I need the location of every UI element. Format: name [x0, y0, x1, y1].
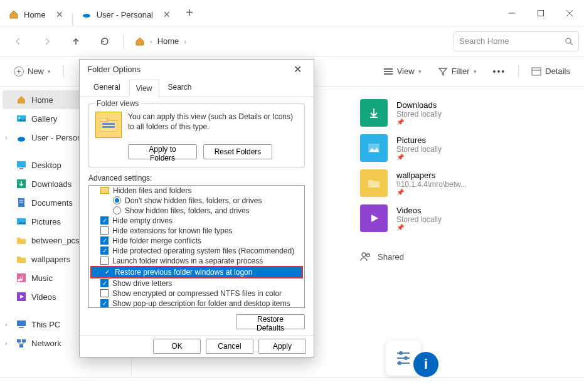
svg-rect-24 — [17, 339, 21, 342]
item-name: wallpapers — [396, 171, 467, 180]
tree-item[interactable]: ✓Hide empty drives — [89, 216, 304, 226]
tree-item[interactable]: Show hidden files, folders, and drives — [89, 206, 304, 216]
chevron-down-icon: ▾ — [474, 68, 477, 75]
dialog-tab[interactable]: Search — [162, 79, 198, 97]
checkbox[interactable]: ✓ — [100, 236, 109, 245]
close-button[interactable] — [555, 0, 584, 26]
checkbox[interactable] — [100, 289, 109, 297]
svg-rect-22 — [17, 320, 26, 326]
tree-item[interactable]: Show encrypted or compressed NTFS files … — [89, 289, 304, 299]
tree-item[interactable]: Don't show hidden files, folders, or dri… — [89, 196, 304, 206]
advanced-settings-tree[interactable]: Hidden files and foldersDon't show hidde… — [88, 185, 305, 308]
sidebar-item-label: Downloads — [31, 179, 72, 189]
checkbox[interactable]: ✓ — [100, 279, 109, 287]
info-widget[interactable]: i — [413, 352, 438, 377]
breadcrumb-label: Home — [157, 36, 179, 46]
tree-item[interactable]: ✓Hide folder merge conflicts — [89, 236, 304, 246]
tree-item-label: Don't show hidden files, folders, or dri… — [125, 196, 262, 205]
pc-icon — [16, 319, 26, 329]
restore-defaults-button[interactable]: Restore Defaults — [236, 314, 305, 329]
documents-icon — [16, 198, 26, 208]
minimize-button[interactable] — [497, 0, 526, 26]
titlebar: Home✕User - Personal✕ + — [0, 0, 584, 26]
tree-item-label: Restore previous folder windows at logon — [115, 268, 252, 277]
more-button[interactable]: ••• — [487, 61, 512, 82]
folder-icon — [100, 187, 109, 194]
group-header-shared[interactable]: Shared — [360, 251, 569, 262]
pin-icon: 📌 — [396, 189, 467, 196]
back-button[interactable] — [5, 30, 31, 53]
item-icon — [360, 99, 388, 127]
tree-item[interactable]: ✓Hide protected operating system files (… — [89, 246, 304, 256]
downloads-icon — [16, 179, 26, 189]
reset-folders-button[interactable]: Reset Folders — [203, 144, 272, 159]
network-icon — [16, 338, 26, 348]
search-input[interactable]: Search Home — [454, 31, 579, 51]
tree-item[interactable]: ✓Show drive letters — [89, 278, 304, 289]
svg-rect-9 — [532, 68, 541, 75]
up-button[interactable] — [63, 30, 89, 53]
svg-rect-26 — [19, 344, 23, 347]
forward-button[interactable] — [34, 30, 60, 53]
dialog-titlebar: Folder Options ✕ — [80, 60, 314, 79]
checkbox[interactable]: ✓ — [100, 216, 109, 225]
pin-icon: 📌 — [396, 154, 442, 161]
tree-item[interactable]: Hide extensions for known file types — [89, 226, 304, 236]
item-icon — [360, 204, 388, 232]
tree-item[interactable]: ✓Show pop-up description for folder and … — [89, 299, 304, 308]
svg-rect-8 — [384, 73, 393, 75]
tree-item[interactable]: Launch folder windows in a separate proc… — [89, 256, 304, 266]
tree-item[interactable]: ✓Restore previous folder windows at logo… — [92, 267, 302, 277]
filter-icon — [438, 66, 448, 77]
details-button[interactable]: Details — [525, 61, 576, 82]
content-item[interactable]: wallpapers\\10.1.4.4\mro\betw...📌 — [360, 169, 569, 197]
content-item[interactable]: PicturesStored locally📌 — [360, 134, 569, 162]
close-icon[interactable]: ✕ — [163, 9, 171, 19]
tab[interactable]: User - Personal✕ — [73, 3, 179, 26]
checkbox[interactable]: ✓ — [100, 246, 109, 255]
tree-item-label: Hide protected operating system files (R… — [112, 246, 294, 255]
tree-item-label: Hide extensions for known file types — [112, 226, 232, 235]
gallery-icon — [16, 114, 26, 124]
view-button[interactable]: View ▾ — [377, 61, 428, 82]
search-placeholder: Search Home — [459, 36, 509, 46]
sidebar-item-label: Desktop — [31, 161, 61, 170]
radio[interactable] — [113, 206, 121, 215]
breadcrumb[interactable]: › Home › — [129, 36, 193, 46]
dialog-title: Folder Options — [87, 65, 141, 74]
dialog-tab[interactable]: View — [129, 80, 159, 97]
statusbar — [0, 377, 584, 392]
tree-item-label: Show pop-up description for folder and d… — [112, 299, 290, 308]
dialog-tabs: GeneralViewSearch — [80, 79, 314, 97]
chevron-right-icon: › — [5, 340, 7, 347]
videos-icon — [16, 292, 26, 302]
dialog-tab[interactable]: General — [87, 79, 127, 97]
search-icon — [565, 37, 573, 46]
item-icon — [360, 169, 388, 197]
filter-button[interactable]: Filter ▾ — [432, 61, 483, 82]
close-icon[interactable]: ✕ — [56, 9, 63, 19]
checkbox[interactable] — [100, 257, 109, 265]
svg-point-29 — [367, 254, 370, 257]
dialog-footer: OK Cancel Apply — [80, 336, 314, 357]
tree-item-label: Hide empty drives — [112, 216, 173, 225]
apply-button[interactable]: Apply — [258, 339, 306, 354]
folder-options-dialog: Folder Options ✕ GeneralViewSearch Folde… — [79, 59, 314, 358]
checkbox[interactable]: ✓ — [100, 299, 109, 307]
checkbox[interactable]: ✓ — [103, 268, 111, 276]
dialog-close-button[interactable]: ✕ — [289, 60, 306, 78]
tree-item-label: Show encrypted or compressed NTFS files … — [112, 289, 282, 298]
checkbox[interactable] — [100, 226, 109, 235]
content-item[interactable]: DownloadsStored locally📌 — [360, 99, 569, 127]
cancel-button[interactable]: Cancel — [206, 339, 253, 354]
new-tab-button[interactable]: + — [179, 3, 199, 23]
maximize-button[interactable] — [526, 0, 555, 26]
refresh-button[interactable] — [92, 30, 118, 53]
ok-button[interactable]: OK — [153, 339, 201, 354]
content-item[interactable]: VideosStored locally📌 — [360, 204, 569, 232]
tab[interactable]: Home✕ — [0, 3, 72, 26]
apply-to-folders-button[interactable]: Apply to Folders — [128, 144, 197, 159]
tree-item[interactable]: Hidden files and folders — [89, 186, 304, 196]
new-button[interactable]: + New ▾ — [8, 61, 57, 82]
radio[interactable] — [113, 196, 121, 204]
